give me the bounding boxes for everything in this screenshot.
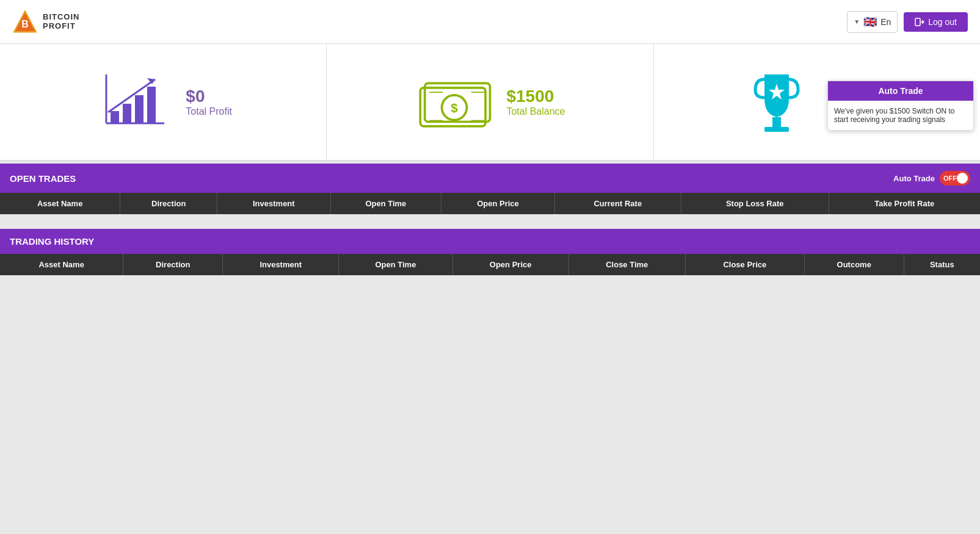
hist-col-open-price: Open Price xyxy=(452,254,568,275)
profit-icon xyxy=(94,62,173,142)
trading-history-header: TRADING HISTORY xyxy=(0,229,980,254)
col-investment: Investment xyxy=(217,193,330,214)
hist-col-status: Status xyxy=(904,254,980,275)
col-take-profit-rate: Take Profit Rate xyxy=(829,193,980,214)
hist-col-outcome: Outcome xyxy=(804,254,904,275)
balance-info: $1500 Total Balance xyxy=(506,87,565,117)
svg-text:$: $ xyxy=(451,101,459,115)
svg-rect-22 xyxy=(764,127,789,132)
hist-col-close-price: Close Price xyxy=(685,254,804,275)
logo-text: BITCOIN PROFIT xyxy=(43,13,79,31)
profit-info: $0 Total Profit xyxy=(186,87,232,117)
winning-icon xyxy=(737,62,816,142)
hist-col-asset-name: Asset Name xyxy=(0,254,123,275)
open-trades-title: OPEN TRADES xyxy=(10,173,76,184)
logo-profit-text: PROFIT xyxy=(43,22,79,31)
col-open-price: Open Price xyxy=(441,193,554,214)
col-stop-loss-rate: Stop Loss Rate xyxy=(681,193,829,214)
toggle-knob xyxy=(957,173,968,184)
stat-card-profit: $0 Total Profit xyxy=(0,44,327,160)
trading-history-section: TRADING HISTORY Asset Name Direction Inv… xyxy=(0,229,980,275)
chevron-down-icon: ▼ xyxy=(854,18,860,25)
logo-bitcoin-text: BITCOIN xyxy=(43,13,79,21)
trading-history-table: Asset Name Direction Investment Open Tim… xyxy=(0,254,980,275)
auto-trade-toggle: Auto Trade OFF xyxy=(893,171,970,186)
auto-trade-popup-body: We've given you $1500 Switch ON to start… xyxy=(828,101,973,130)
auto-trade-toggle-switch[interactable]: OFF xyxy=(940,171,970,186)
stats-section: $0 Total Profit $ $1500 Total Balance xyxy=(0,44,980,161)
balance-icon: $ xyxy=(415,62,494,142)
auto-trade-toggle-label: Auto Trade xyxy=(893,174,935,183)
hist-col-close-time: Close Time xyxy=(568,254,685,275)
svg-rect-10 xyxy=(147,87,156,123)
language-selector[interactable]: ▼ 🇬🇧 En xyxy=(847,11,898,33)
balance-label: Total Balance xyxy=(506,106,565,117)
logo-area: B BITCOIN PROFIT xyxy=(12,9,79,35)
hist-col-investment: Investment xyxy=(223,254,339,275)
open-trades-section: OPEN TRADES Auto Trade OFF Asset Name Di… xyxy=(0,164,980,214)
auto-trade-popup: Auto Trade We've given you $1500 Switch … xyxy=(827,81,974,131)
profit-label: Total Profit xyxy=(186,106,232,117)
logout-icon xyxy=(915,17,924,27)
logo-icon: B xyxy=(12,9,38,35)
logout-button[interactable]: Log out xyxy=(904,12,968,32)
stat-card-balance: $ $1500 Total Balance xyxy=(327,44,653,160)
svg-rect-3 xyxy=(915,18,920,26)
svg-text:B: B xyxy=(21,19,29,29)
trading-history-header-row: Asset Name Direction Investment Open Tim… xyxy=(0,254,980,275)
svg-rect-9 xyxy=(135,95,143,123)
trading-history-title: TRADING HISTORY xyxy=(10,236,94,247)
col-open-time: Open Time xyxy=(330,193,441,214)
header: B BITCOIN PROFIT ▼ 🇬🇧 En Log out xyxy=(0,0,980,44)
hist-col-open-time: Open Time xyxy=(339,254,452,275)
col-direction: Direction xyxy=(120,193,217,214)
stat-card-winning: 0 Winning Trades Auto Trade We've given … xyxy=(654,44,980,160)
open-trades-header: OPEN TRADES Auto Trade OFF xyxy=(0,164,980,193)
open-trades-table: Asset Name Direction Investment Open Tim… xyxy=(0,193,980,214)
svg-rect-21 xyxy=(772,117,781,127)
hist-col-direction: Direction xyxy=(123,254,223,275)
logout-label: Log out xyxy=(928,17,957,27)
col-current-rate: Current Rate xyxy=(554,193,681,214)
svg-rect-8 xyxy=(123,104,131,123)
flag-icon: 🇬🇧 xyxy=(863,15,877,29)
svg-rect-7 xyxy=(111,111,119,123)
open-trades-header-row: Asset Name Direction Investment Open Tim… xyxy=(0,193,980,214)
profit-value: $0 xyxy=(186,87,205,106)
header-right: ▼ 🇬🇧 En Log out xyxy=(847,11,968,33)
toggle-off-text: OFF xyxy=(943,175,957,182)
section-divider-2 xyxy=(0,224,980,226)
language-label: En xyxy=(880,17,891,27)
auto-trade-popup-header: Auto Trade xyxy=(828,81,973,101)
col-asset-name: Asset Name xyxy=(0,193,120,214)
balance-value: $1500 xyxy=(506,87,554,106)
